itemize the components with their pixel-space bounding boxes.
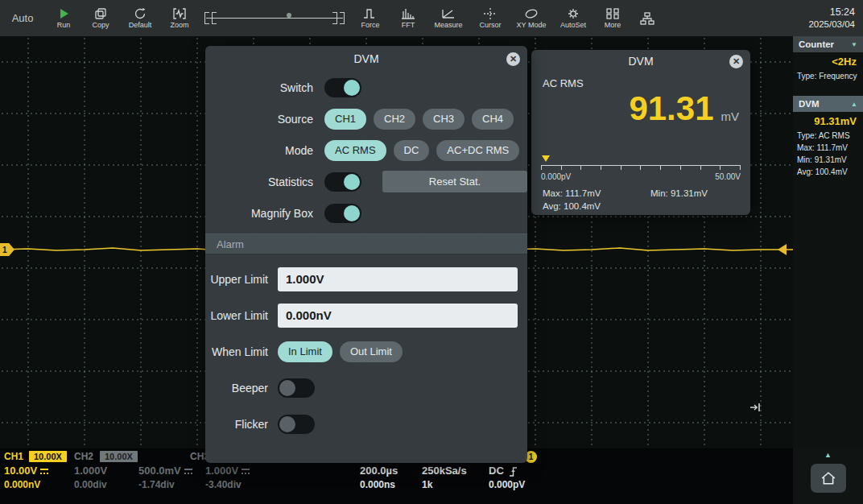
fft-button[interactable]: FFT [390, 0, 427, 36]
ch4-offset: -3.40div [205, 479, 242, 490]
source-ch3-button[interactable]: CH3 [423, 109, 465, 130]
horizontal-position-slider[interactable] [198, 0, 351, 36]
measure-button[interactable]: Measure [427, 0, 470, 36]
flicker-toggle[interactable] [278, 415, 315, 434]
lower-limit-row: Lower Limit [205, 297, 527, 333]
ch2-label[interactable]: CH2 [74, 451, 93, 462]
run-play-icon [56, 7, 72, 20]
default-label: Default [129, 21, 152, 29]
toggle-knob [279, 416, 295, 432]
ch1-scale: 10.00V [4, 465, 48, 477]
dvm-scale-ruler [541, 165, 741, 170]
statistics-toggle[interactable] [324, 172, 361, 192]
flicker-label: Flicker [205, 418, 278, 431]
force-button[interactable]: Force [351, 0, 390, 36]
mode-acrms-button[interactable]: AC RMS [324, 140, 386, 161]
close-icon[interactable]: ✕ [506, 52, 520, 66]
source-ch4-button[interactable]: CH4 [472, 109, 514, 130]
collapse-menu-icon[interactable]: ▲ [824, 451, 832, 459]
dvm-window-title: DVM [531, 50, 750, 72]
ch1-offset: 0.000nV [4, 479, 40, 490]
dvm-panel-header[interactable]: DVM ▲ [793, 96, 863, 112]
fft-spectrum-icon [400, 7, 416, 20]
toggle-knob [279, 380, 295, 396]
bottom-right-panel: ▲ [793, 448, 863, 504]
more-grid-icon [605, 7, 621, 20]
trigger-coupling-value: DC [489, 465, 504, 477]
zoom-waveform-icon [171, 7, 188, 20]
xy-mode-button[interactable]: XY Mode [510, 0, 552, 36]
dvm-sidebar-value: 91.31mV [793, 112, 863, 129]
source-ch1-button[interactable]: CH1 [324, 109, 366, 130]
ch3-offset: -1.74div [138, 479, 175, 490]
switch-row: Switch [205, 72, 527, 103]
autoset-label: AutoSet [560, 21, 586, 29]
oscilloscope-screen: 1 Auto Run Copy Default Zoom [0, 0, 863, 504]
slider-right-inner-bracket [332, 12, 337, 24]
upper-limit-input[interactable] [278, 267, 518, 291]
mode-acdcrms-button[interactable]: AC+DC RMS [436, 140, 519, 161]
magnify-box-label: Magnify Box [205, 207, 324, 220]
magnify-box-toggle[interactable] [324, 204, 361, 223]
cursor-button[interactable]: Cursor [470, 0, 510, 36]
dvm-settings-dialog: DVM ✕ Switch Source CH1 CH2 CH3 CH4 Mode… [205, 46, 527, 463]
dvm-unit: mV [721, 109, 740, 126]
sidebar-expand-icon[interactable] [749, 401, 762, 417]
xy-mode-label: XY Mode [517, 21, 547, 29]
source-ch2-button[interactable]: CH2 [374, 109, 415, 130]
dc-coupling-icon [184, 469, 192, 474]
dc-coupling-icon [40, 469, 48, 474]
network-topology-button[interactable] [631, 0, 663, 36]
home-button[interactable] [811, 464, 846, 493]
scale-max-label: 50.00V [715, 172, 741, 181]
ch2-scale: 1.000V [74, 465, 107, 477]
ch1-label[interactable]: CH1 [4, 451, 23, 462]
autoset-button[interactable]: AutoSet [552, 0, 594, 36]
in-limit-button[interactable]: In Limit [278, 341, 332, 362]
auto-button[interactable]: Auto [0, 12, 45, 24]
scale-min-label: 0.000pV [541, 172, 571, 181]
run-button[interactable]: Run [45, 0, 82, 36]
close-icon[interactable]: ✕ [729, 55, 743, 68]
mode-row: Mode AC RMS DC AC+DC RMS [205, 134, 527, 166]
clock-time: 15:24 [808, 6, 855, 19]
counter-panel-header[interactable]: Counter ▼ [793, 36, 863, 52]
out-limit-button[interactable]: Out Limit [340, 341, 403, 362]
trigger-level-marker[interactable] [778, 244, 787, 255]
trigger-coupling[interactable]: DC [489, 465, 518, 477]
beeper-label: Beeper [205, 382, 278, 395]
zoom-label: Zoom [170, 21, 188, 29]
lower-limit-input[interactable] [278, 304, 518, 328]
default-button[interactable]: Default [119, 0, 161, 36]
chevron-down-icon: ▼ [851, 41, 857, 48]
ch1-probe-badge[interactable]: 10.00X [29, 451, 67, 462]
xy-ellipse-icon [523, 7, 539, 20]
upper-limit-row: Upper Limit [205, 261, 527, 297]
ch2-probe-badge[interactable]: 10.00X [100, 451, 138, 462]
source-label: Source [205, 113, 324, 126]
more-button[interactable]: More [594, 0, 631, 36]
force-label: Force [361, 21, 379, 29]
ch3-scale: 500.0mV [138, 465, 192, 477]
reset-stat-button[interactable]: Reset Stat. [382, 171, 527, 192]
toggle-knob [344, 174, 360, 190]
statistics-row: Statistics Reset Stat. [205, 166, 527, 197]
beeper-row: Beeper [205, 370, 527, 406]
dvm-sidebar-max: Max: 111.7mV [793, 141, 863, 153]
beeper-toggle[interactable] [278, 378, 315, 398]
timebase-delay: 0.000ns [360, 479, 395, 490]
ch2-offset: 0.00div [74, 479, 107, 490]
toggle-knob [344, 205, 360, 221]
copy-icon [93, 7, 109, 20]
timebase-scale[interactable]: 200.0µs [360, 465, 398, 477]
dvm-dialog-titlebar: DVM ✕ [205, 46, 527, 72]
mode-dc-button[interactable]: DC [394, 140, 430, 161]
sample-rate: 250kSa/s [422, 465, 467, 477]
fft-label: FFT [402, 21, 415, 29]
dvm-measurement: 91.31 mV [629, 92, 739, 126]
copy-button[interactable]: Copy [82, 0, 119, 36]
lower-limit-label: Lower Limit [205, 309, 278, 322]
zoom-button[interactable]: Zoom [161, 0, 198, 36]
dvm-switch-toggle[interactable] [324, 78, 361, 97]
trigger-level: 0.000pV [489, 479, 525, 490]
